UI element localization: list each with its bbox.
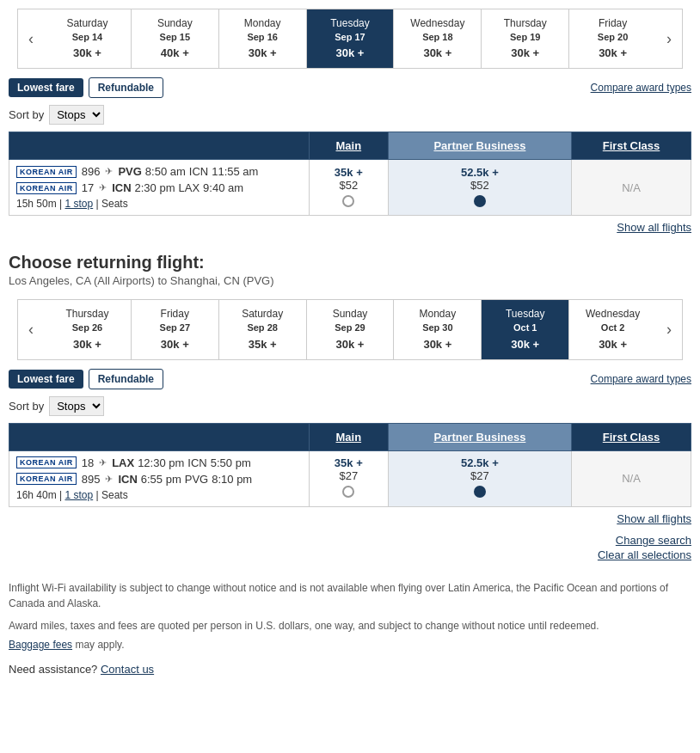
return-partner-class-link[interactable]: Partner Business bbox=[433, 431, 525, 444]
airline-row-1: KOREAN AIR 896 ✈ PVG 8:50 am ICN 11:55 a… bbox=[16, 165, 302, 178]
calendar-day-2[interactable]: Monday Sep 16 30k + bbox=[218, 9, 306, 68]
return-sort-label: Sort by bbox=[9, 400, 44, 413]
flight-num-2: 895 bbox=[82, 473, 101, 486]
show-all-outbound-link[interactable]: Show all flights bbox=[617, 221, 691, 234]
return-heading-title: Choose returning flight: bbox=[9, 253, 691, 272]
airline-logo-1: KOREAN AIR bbox=[16, 166, 77, 178]
plane-icon-2: ✈ bbox=[105, 474, 113, 485]
return-route: Los Angeles, CA (All Airports) to Shangh… bbox=[9, 274, 691, 287]
first-class-header: First Class bbox=[572, 132, 691, 160]
calendar-day-6[interactable]: Friday Sep 20 30k + bbox=[568, 9, 656, 68]
arr-airport-1: ICN bbox=[187, 456, 206, 469]
arr-time-1: 5:50 pm bbox=[211, 456, 251, 469]
dep-time-2: 6:55 pm bbox=[141, 473, 181, 486]
flight-meta: 16h 40m | 1 stop | Seats bbox=[16, 489, 302, 501]
next-arrow-return[interactable]: › bbox=[656, 300, 682, 358]
outbound-flight-table: Main Partner Business First Class KOREAN… bbox=[9, 132, 691, 216]
return-first-class-header: First Class bbox=[572, 423, 691, 450]
return-compare-link[interactable]: Compare award types bbox=[591, 373, 691, 385]
arr-time-2: 8:10 pm bbox=[212, 473, 252, 486]
table-row: KOREAN AIR 896 ✈ PVG 8:50 am ICN 11:55 a… bbox=[9, 160, 691, 216]
flight-info-cell: KOREAN AIR 896 ✈ PVG 8:50 am ICN 11:55 a… bbox=[9, 160, 310, 216]
return-main-class-header: Main bbox=[309, 423, 388, 450]
main-class-header: Main bbox=[309, 132, 388, 160]
stops-link[interactable]: 1 stop bbox=[64, 198, 93, 210]
table-row: KOREAN AIR 18 ✈ LAX 12:30 pm ICN 5:50 pm… bbox=[9, 450, 691, 506]
first-class-price-cell: N/A bbox=[572, 450, 691, 506]
return-show-all: Show all flights bbox=[0, 507, 700, 530]
return-main-class-link[interactable]: Main bbox=[336, 431, 362, 444]
baggage-fees-link[interactable]: Baggage fees bbox=[9, 639, 72, 651]
calendar-day-2[interactable]: Saturday Sep 28 35k + bbox=[218, 300, 306, 358]
dep-airport-1: LAX bbox=[112, 456, 134, 469]
calendar-day-1[interactable]: Friday Sep 27 30k + bbox=[131, 300, 218, 358]
main-price-cell[interactable]: 35k + $27 bbox=[309, 450, 388, 506]
return-calendar: ‹ Thursday Sep 26 30k + Friday Sep 27 30… bbox=[17, 299, 683, 359]
flight-route-1: LAX 12:30 pm ICN 5:50 pm bbox=[112, 456, 251, 469]
prev-arrow-outbound[interactable]: ‹ bbox=[18, 9, 44, 68]
airline-row-2: KOREAN AIR 895 ✈ ICN 6:55 pm PVG 8:10 pm bbox=[16, 473, 302, 486]
partner-radio[interactable] bbox=[474, 195, 486, 207]
need-assistance-section: Need assistance? Contact us bbox=[0, 658, 700, 684]
partner-radio[interactable] bbox=[474, 486, 486, 498]
main-radio[interactable] bbox=[342, 486, 354, 498]
flight-route-2: ICN 2:30 pm LAX 9:40 am bbox=[112, 181, 243, 194]
partner-price: 52.5k + bbox=[396, 456, 564, 469]
main-radio[interactable] bbox=[342, 195, 354, 207]
sort-select-return[interactable]: Stops bbox=[49, 396, 104, 416]
return-fare-header: Lowest fare Refundable Compare award typ… bbox=[9, 369, 691, 389]
outbound-calendar: ‹ Saturday Sep 14 30k + Sunday Sep 15 40… bbox=[17, 9, 683, 69]
return-first-class-link[interactable]: First Class bbox=[603, 431, 660, 444]
airline-row-2: KOREAN AIR 17 ✈ ICN 2:30 pm LAX 9:40 am bbox=[16, 181, 302, 194]
clear-all-link[interactable]: Clear all selections bbox=[9, 548, 691, 561]
airline-row-1: KOREAN AIR 18 ✈ LAX 12:30 pm ICN 5:50 pm bbox=[16, 456, 302, 469]
return-calendar-days: Thursday Sep 26 30k + Friday Sep 27 30k … bbox=[44, 300, 656, 358]
calendar-day-3[interactable]: Sunday Sep 29 30k + bbox=[306, 300, 394, 358]
flight-info-cell: KOREAN AIR 18 ✈ LAX 12:30 pm ICN 5:50 pm… bbox=[9, 450, 310, 506]
prev-arrow-return[interactable]: ‹ bbox=[18, 300, 44, 358]
main-price: 35k + bbox=[316, 166, 381, 179]
dep-airport-2: ICN bbox=[118, 473, 137, 486]
partner-price-cell[interactable]: 52.5k + $27 bbox=[388, 450, 571, 506]
calendar-day-5[interactable]: Thursday Sep 19 30k + bbox=[481, 9, 568, 68]
lowest-fare-badge: Lowest fare bbox=[9, 78, 83, 97]
partner-price-cell[interactable]: 52.5k + $52 bbox=[388, 160, 571, 216]
main-price-sub: $52 bbox=[316, 179, 381, 192]
footer-wifi-note: Inflight Wi-Fi availability is subject t… bbox=[0, 566, 700, 658]
return-flight-col-header bbox=[9, 423, 310, 450]
sort-select-outbound[interactable]: Stops bbox=[49, 105, 104, 125]
flight-num-1: 896 bbox=[82, 165, 101, 178]
change-search-link[interactable]: Change search bbox=[9, 534, 691, 547]
stops-link[interactable]: 1 stop bbox=[64, 489, 93, 501]
calendar-day-5[interactable]: Tuesday Oct 1 30k + bbox=[481, 300, 568, 358]
airline-logo-2: KOREAN AIR bbox=[16, 473, 77, 485]
calendar-day-1[interactable]: Sunday Sep 15 40k + bbox=[131, 9, 218, 68]
main-price-cell[interactable]: 35k + $52 bbox=[309, 160, 388, 216]
airline-logo-1: KOREAN AIR bbox=[16, 456, 77, 468]
calendar-day-6[interactable]: Wednesday Oct 2 30k + bbox=[568, 300, 656, 358]
next-arrow-outbound[interactable]: › bbox=[656, 9, 682, 68]
award-note-text: Award miles, taxes and fees are quoted p… bbox=[9, 618, 691, 634]
calendar-day-0[interactable]: Saturday Sep 14 30k + bbox=[44, 9, 131, 68]
first-class-price-cell: N/A bbox=[572, 160, 691, 216]
return-flight-table: Main Partner Business First Class KOREAN… bbox=[9, 423, 691, 507]
return-fare-section: Lowest fare Refundable Compare award typ… bbox=[9, 369, 691, 507]
calendar-day-3[interactable]: Tuesday Sep 17 30k + bbox=[306, 9, 394, 68]
return-section-heading: Choose returning flight: Los Angeles, CA… bbox=[0, 239, 700, 291]
partner-class-link[interactable]: Partner Business bbox=[433, 139, 525, 152]
show-all-return-link[interactable]: Show all flights bbox=[617, 512, 691, 525]
refundable-badge: Refundable bbox=[89, 77, 163, 98]
calendar-day-0[interactable]: Thursday Sep 26 30k + bbox=[44, 300, 131, 358]
return-sort-row: Sort by Stops bbox=[9, 396, 691, 416]
partner-price-sub: $52 bbox=[396, 179, 564, 192]
first-class-link[interactable]: First Class bbox=[603, 139, 660, 152]
contact-us-link[interactable]: Contact us bbox=[101, 663, 154, 676]
main-class-link[interactable]: Main bbox=[336, 139, 362, 152]
partner-price-sub: $27 bbox=[396, 469, 564, 482]
flight-route-2: ICN 6:55 pm PVG 8:10 pm bbox=[118, 473, 252, 486]
compare-award-types-link[interactable]: Compare award types bbox=[591, 82, 691, 94]
outbound-fare-section: Lowest fare Refundable Compare award typ… bbox=[9, 77, 691, 216]
calendar-day-4[interactable]: Wednesday Sep 18 30k + bbox=[393, 9, 481, 68]
baggage-note: Baggage fees may apply. bbox=[9, 637, 691, 652]
calendar-day-4[interactable]: Monday Sep 30 30k + bbox=[393, 300, 481, 358]
